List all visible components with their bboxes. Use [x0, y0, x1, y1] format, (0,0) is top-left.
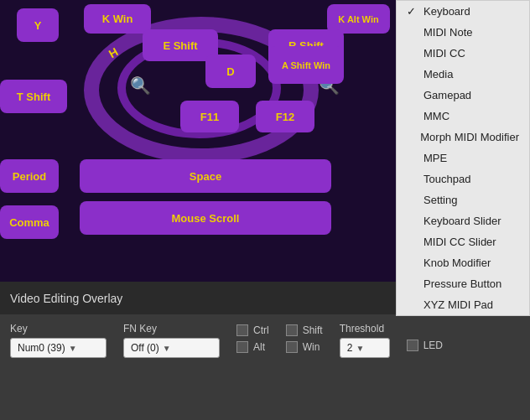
dropdown-item-label: MMC [423, 110, 449, 122]
fn-key-group: FN Key Off (0) ▼ [123, 323, 220, 358]
dropdown-item-keyboard-slider[interactable]: Keyboard Slider [397, 210, 529, 231]
dropdown-item-media[interactable]: Media [397, 64, 529, 85]
alt-checkbox-row[interactable]: Alt [236, 341, 269, 353]
fn-key-label: FN Key [123, 323, 220, 334]
shift-label: Shift [303, 324, 323, 336]
dropdown-item-label: Gamepad [423, 89, 471, 101]
dropdown-item-midi-cc[interactable]: MIDI CC [397, 43, 529, 64]
key-f11[interactable]: F11 [180, 101, 239, 132]
shift-checkbox[interactable] [286, 324, 298, 336]
dropdown-item-xyz-midi-pad[interactable]: XYZ MIDI Pad [397, 294, 529, 315]
alt-label: Alt [253, 341, 265, 353]
dropdown-item-keyboard[interactable]: ✓Keyboard [397, 1, 529, 22]
dropdown-item-label: Keyboard Slider [423, 215, 501, 227]
dropdown-item-gamepad[interactable]: Gamepad [397, 85, 529, 106]
win-label: Win [303, 341, 320, 353]
dropdown-item-label: MIDI Note [423, 26, 473, 39]
modifier-checkboxes: Ctrl Alt [236, 323, 269, 353]
key-mouse-scroll[interactable]: Mouse Scroll [80, 201, 331, 235]
dropdown-item-label: Knob Modifier [423, 257, 491, 269]
dropdown-item-midi-note[interactable]: MIDI Note [397, 22, 529, 43]
shift-checkbox-row[interactable]: Shift [286, 324, 323, 336]
overlay-title: Video Editing Overlay [10, 292, 122, 305]
dropdown-item-pressure-button[interactable]: Pressure Button [397, 273, 529, 294]
dropdown-item-label: MPE [423, 152, 447, 164]
dropdown-item-mpe[interactable]: MPE [397, 148, 529, 169]
key-chevron-icon: ▼ [69, 344, 77, 353]
key-y[interactable]: Y [17, 8, 59, 42]
dropdown-panel: ✓KeyboardMIDI NoteMIDI CCMediaGamepadMMC… [396, 0, 530, 316]
key-value: Num0 (39) [18, 342, 65, 354]
fn-key-select[interactable]: Off (0) ▼ [123, 338, 220, 358]
key-d[interactable]: D [205, 54, 256, 88]
search-icon-left: 🔍 [130, 75, 151, 96]
dropdown-item-label: MIDI CC Slider [423, 236, 496, 248]
fn-key-chevron-icon: ▼ [163, 344, 171, 353]
key-k-win[interactable]: K Win [84, 4, 151, 34]
keyboard-area: H H 🔍 🔍 Y K Win K Alt Win Num1 Alt E Shi… [0, 0, 403, 277]
key-group: Key Num0 (39) ▼ [10, 323, 107, 358]
win-checkbox[interactable] [286, 341, 298, 353]
checkmark-icon: ✓ [407, 5, 418, 18]
dropdown-item-knob-modifier[interactable]: Knob Modifier [397, 252, 529, 273]
win-checkbox-row[interactable]: Win [286, 341, 323, 353]
key-period[interactable]: Period [0, 159, 59, 193]
dropdown-item-label: Media [423, 68, 453, 80]
dropdown-item-touchpad[interactable]: Touchpad [397, 169, 529, 189]
key-label: Key [10, 323, 107, 334]
modifier-checkboxes-2: Shift Win [286, 323, 323, 353]
key-select[interactable]: Num0 (39) ▼ [10, 338, 107, 358]
dropdown-item-morph-midi-modifier[interactable]: Morph MIDI Modifier [397, 127, 529, 148]
dropdown-item-label: Pressure Button [423, 277, 501, 290]
dropdown-item-midi-cc-slider[interactable]: MIDI CC Slider [397, 231, 529, 252]
led-label: LED [423, 340, 443, 351]
dropdown-item-label: Keyboard [423, 5, 470, 18]
threshold-value: 2 [347, 342, 353, 354]
dropdown-list: ✓KeyboardMIDI NoteMIDI CCMediaGamepadMMC… [397, 1, 529, 315]
key-t-shift[interactable]: T Shift [0, 80, 67, 113]
key-f12[interactable]: F12 [256, 101, 314, 132]
led-checkbox[interactable] [407, 340, 418, 351]
ctrl-label: Ctrl [253, 324, 269, 336]
key-a-shift-win[interactable]: A Shift Win [268, 46, 344, 84]
dropdown-item-label: Setting [423, 194, 457, 206]
alt-checkbox[interactable] [236, 341, 248, 353]
dropdown-item-label: XYZ MIDI Pad [423, 298, 493, 311]
ctrl-checkbox-row[interactable]: Ctrl [236, 324, 269, 336]
dropdown-item-label: MIDI CC [423, 47, 465, 60]
led-row[interactable]: LED [407, 323, 443, 351]
key-comma[interactable]: Comma [0, 205, 59, 239]
threshold-chevron-icon: ▼ [356, 344, 364, 353]
threshold-group: Threshold 2 ▼ [340, 323, 390, 358]
dropdown-item-mmc[interactable]: MMC [397, 106, 529, 127]
dropdown-item-setting[interactable]: Setting [397, 189, 529, 210]
dropdown-item-label: Touchpad [423, 173, 470, 185]
key-space[interactable]: Space [80, 159, 331, 193]
ctrl-checkbox[interactable] [236, 324, 248, 336]
fn-key-value: Off (0) [131, 342, 159, 354]
threshold-label: Threshold [340, 323, 390, 334]
threshold-select[interactable]: 2 ▼ [340, 338, 390, 358]
dropdown-item-label: Morph MIDI Modifier [420, 131, 519, 143]
bottom-controls: Key Num0 (39) ▼ FN Key Off (0) ▼ Ctrl Al… [0, 314, 530, 366]
